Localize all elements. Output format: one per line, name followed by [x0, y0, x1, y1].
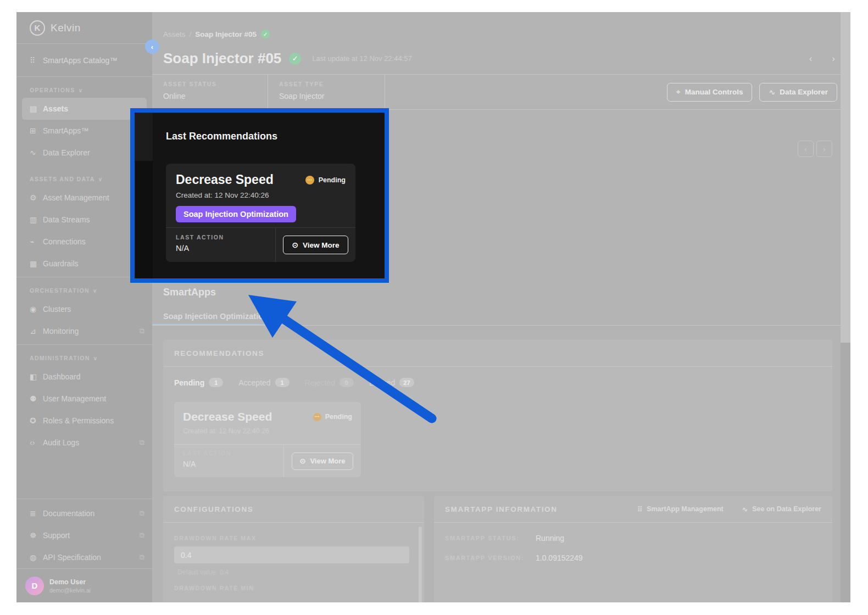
smartapp-version-value: 1.0.09152249 [536, 554, 583, 562]
sidebar-item-audit-logs[interactable]: ‹› Audit Logs ⧉ [16, 432, 152, 454]
brand-name: Kelvin [51, 22, 81, 34]
spotlight-backdrop-strip [135, 113, 153, 161]
sidebar-item-label: Assets [43, 104, 68, 113]
drawdown-rate-max-input[interactable] [174, 546, 409, 563]
asset-status-value: Online [163, 92, 268, 100]
smartapp-version-label: SMARTAPP VERSION: [445, 554, 536, 562]
pending-count-badge: 1 [209, 378, 223, 387]
api-specification-icon: ◍ [30, 553, 43, 562]
sidebar-item-user-management[interactable]: ⚉ User Management [16, 388, 152, 410]
user-email: demo@kelvin.ai [49, 587, 91, 594]
grid-icon: ⠿ [637, 505, 642, 513]
pending-icon: ··· [305, 176, 314, 185]
sidebar: K Kelvin ⠿ SmartApps Catalog™ OPERATIONS… [16, 12, 152, 602]
roles-permissions-icon: ✪ [30, 416, 43, 425]
assets-icon: ▤ [30, 104, 43, 113]
panel-scrollbar[interactable] [419, 527, 422, 602]
sidebar-footer: ≣ Documentation ⧉ ☸ Support ⧉ ◍ API Spec… [16, 499, 152, 568]
smartapps-icon: ⊞ [30, 126, 43, 135]
configurations-panel: CONFIGURATIONS DRAWDOWN RATE MAX Default… [163, 496, 424, 602]
title-row: Soap Injector #05 ✓ Last update at 12 No… [152, 43, 850, 75]
see-on-data-explorer-link[interactable]: ∿ See on Data Explorer [742, 505, 821, 513]
data-streams-icon: ▥ [30, 215, 43, 224]
recommendations-carousel-nav: ‹ › [798, 141, 832, 157]
last-action-value: N/A [183, 460, 283, 468]
sidebar-item-label: Documentation [43, 509, 94, 518]
last-action-label: LAST ACTION [183, 450, 283, 456]
section-administration-label[interactable]: ADMINISTRATION∨ [16, 351, 152, 366]
smartapp-information-title: SMARTAPP INFORMATION [445, 505, 558, 513]
breadcrumb-separator: / [190, 30, 192, 38]
carousel-next-button[interactable]: › [816, 141, 832, 157]
sidebar-item-monitoring[interactable]: ⊿ Monitoring ⧉ [16, 320, 152, 342]
waveform-icon: ∿ [30, 148, 43, 157]
sidebar-item-label: Support [43, 531, 70, 540]
configurations-title: CONFIGURATIONS [174, 505, 253, 513]
breadcrumb-assets[interactable]: Assets [163, 30, 186, 38]
user-name: Demo User [49, 578, 91, 586]
next-asset-button[interactable]: › [832, 53, 835, 64]
guardrails-icon: ▦ [30, 259, 43, 268]
asset-status-label: ASSET STATUS [163, 81, 268, 87]
carousel-prev-button[interactable]: ‹ [798, 141, 814, 157]
smartapp-status-label: SMARTAPP STATUS: [445, 534, 536, 543]
sidebar-item-smartapps-catalog[interactable]: ⠿ SmartApps Catalog™ [16, 44, 152, 77]
data-explorer-button[interactable]: ∿ Data Explorer [759, 83, 837, 102]
sidebar-item-assets[interactable]: ▤ Assets [22, 98, 147, 120]
sidebar-item-documentation[interactable]: ≣ Documentation ⧉ [16, 502, 152, 524]
smartapp-status-value: Running [536, 534, 564, 543]
sidebar-collapse-button[interactable]: ‹ [145, 40, 159, 54]
chevron-left-icon: ‹ [804, 145, 806, 153]
prev-asset-button[interactable]: ‹ [809, 53, 813, 64]
sidebar-item-label: Dashboard [43, 372, 81, 381]
scrollbar-thumb[interactable] [841, 343, 850, 602]
chevron-down-icon: ∨ [93, 355, 98, 361]
page-scrollbar[interactable] [841, 12, 850, 602]
sidebar-item-label: Data Explorer [43, 148, 90, 157]
user-profile[interactable]: D Demo User demo@kelvin.ai [16, 568, 152, 602]
spotlight-highlight-box: Last Recommendations Decrease Speed ··· … [130, 108, 389, 283]
external-link-icon: ⧉ [140, 531, 144, 540]
sidebar-item-label: Clusters [43, 305, 71, 314]
section-orchestration-label[interactable]: ORCHESTRATION∨ [16, 284, 152, 298]
audit-logs-icon: ‹› [30, 438, 43, 447]
monitoring-icon: ⊿ [30, 327, 43, 336]
connections-icon: ⌁ [30, 237, 43, 246]
sidebar-item-label: User Management [43, 394, 106, 403]
sidebar-item-label: Roles & Permissions [43, 416, 114, 425]
last-recommendations-title: Last Recommendations [166, 131, 277, 142]
support-icon: ☸ [30, 531, 43, 540]
sidebar-item-label: Monitoring [43, 327, 79, 336]
view-more-button[interactable]: ⊙ View More [283, 236, 349, 254]
sidebar-item-clusters[interactable]: ◉ Clusters [16, 298, 152, 320]
sidebar-item-api-specification[interactable]: ◍ API Specification ⧉ [16, 546, 152, 568]
status-badge: ··· Pending [305, 176, 346, 185]
smartapp-tag[interactable]: Soap Injection Optimization [176, 206, 296, 222]
asset-info-band: ASSET STATUS Online ASSET TYPE Soap Inje… [152, 75, 850, 110]
sidebar-item-label: SmartApps™ [43, 126, 88, 135]
user-management-icon: ⚉ [30, 394, 43, 403]
chevron-left-icon: ‹ [151, 43, 153, 51]
sidebar-item-label: Asset Management [43, 193, 109, 202]
section-operations-label[interactable]: OPERATIONS∨ [16, 83, 152, 98]
sidebar-item-support[interactable]: ☸ Support ⧉ [16, 524, 152, 546]
manual-controls-button[interactable]: ⌖ Manual Controls [667, 83, 753, 102]
section-administration: ADMINISTRATION∨ ◧ Dashboard ⚉ User Manag… [16, 344, 152, 456]
eye-icon: ⊙ [300, 457, 306, 465]
smartapp-management-link[interactable]: ⠿ SmartApp Management [637, 505, 724, 513]
sidebar-item-roles-permissions[interactable]: ✪ Roles & Permissions [16, 410, 152, 432]
created-at: Created at: 12 Nov 22:40:26 [176, 191, 346, 199]
check-icon: ✓ [289, 53, 301, 65]
last-update: Last update at 12 Nov 22:44:57 [312, 54, 411, 63]
brand-logo[interactable]: K Kelvin [16, 12, 152, 44]
sidebar-item-dashboard[interactable]: ◧ Dashboard [16, 366, 152, 388]
breadcrumb: Assets / Soap Injector #05 ✓ [152, 12, 850, 43]
sidebar-item-label: Data Streams [43, 215, 90, 224]
filter-pending[interactable]: Pending 1 [174, 378, 223, 387]
waveform-icon: ∿ [769, 88, 775, 97]
sidebar-item-label: Connections [43, 237, 86, 246]
view-more-button[interactable]: ⊙ View More [292, 452, 354, 470]
spotlight-backdrop-strip [135, 161, 153, 278]
external-link-icon: ⧉ [140, 553, 144, 562]
asset-type-cell: ASSET TYPE Soap Injector [268, 75, 385, 109]
